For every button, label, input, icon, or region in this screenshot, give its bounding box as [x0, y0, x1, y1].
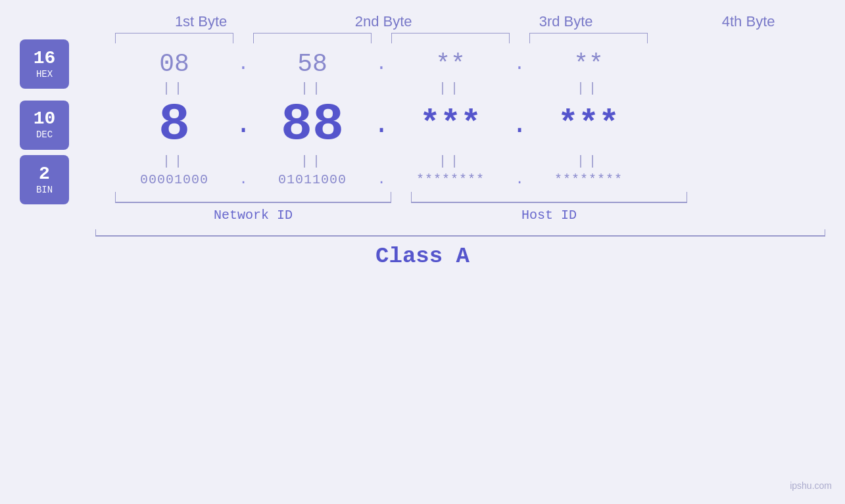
- byte3-header: 3rd Byte: [494, 13, 639, 30]
- dot-hex-1: .: [233, 54, 253, 74]
- dot-hex-2: .: [372, 54, 391, 74]
- bin-b3: ********: [391, 172, 510, 187]
- dot-bin-3: .: [510, 172, 529, 188]
- hex-row: 08 . 58 . ** . **: [0, 50, 845, 78]
- id-labels-row: Network ID Host ID: [0, 208, 845, 223]
- dot-dec-3: .: [510, 109, 529, 141]
- network-id-label: Network ID: [115, 208, 391, 223]
- eq1-b2: ||: [253, 81, 372, 96]
- bin-row: 00001000 . 01011000 . ******** . *******…: [0, 172, 845, 188]
- host-id-bracket: [411, 192, 687, 204]
- dot-bin-2: .: [372, 172, 391, 188]
- eq2-b1: ||: [115, 154, 233, 169]
- bin-b2: 01011000: [253, 172, 372, 187]
- bracket-byte2-top: [253, 33, 372, 45]
- eq2-b4: ||: [529, 154, 648, 169]
- dec-b3: ***: [391, 108, 510, 142]
- dec-b1: 8: [115, 99, 233, 151]
- network-id-bracket: [115, 192, 391, 204]
- dot-bin-1: .: [233, 172, 253, 188]
- eq1-b3: ||: [391, 81, 510, 96]
- byte4-header: 4th Byte: [676, 13, 821, 30]
- bracket-byte4-top: [529, 33, 648, 45]
- class-label-row: Class A: [0, 244, 845, 269]
- eq2-b2: ||: [253, 154, 372, 169]
- bin-b1: 00001000: [115, 172, 233, 187]
- dot-hex-3: .: [510, 54, 529, 74]
- class-bracket-row: [0, 229, 845, 237]
- dec-b2: 88: [253, 99, 372, 151]
- hex-b2: 58: [253, 50, 372, 78]
- dot-dec-1: .: [233, 109, 253, 141]
- byte1-header: 1st Byte: [129, 13, 274, 30]
- byte2-header: 2nd Byte: [311, 13, 456, 30]
- host-id-label: Host ID: [411, 208, 687, 223]
- hex-b1: 08: [115, 50, 233, 78]
- bottom-brackets: [0, 192, 845, 204]
- credit-text: ipshu.com: [790, 480, 832, 492]
- class-a-label: Class A: [375, 244, 470, 269]
- bracket-byte1-top: [115, 33, 233, 45]
- byte-headers: 1st Byte 2nd Byte 3rd Byte 4th Byte: [0, 13, 845, 30]
- bin-b4: ********: [529, 172, 648, 187]
- top-brackets: [0, 33, 845, 45]
- bracket-byte3-top: [391, 33, 510, 45]
- eq1-b1: ||: [115, 81, 233, 96]
- dot-dec-2: .: [372, 109, 391, 141]
- hex-badge: 16 HEX: [20, 39, 69, 89]
- dec-badge: 10 DEC: [20, 101, 69, 150]
- main-container: 1st Byte 2nd Byte 3rd Byte 4th Byte 08 .…: [0, 0, 845, 504]
- class-a-bracket: [95, 229, 825, 237]
- equals-row-1: || || || ||: [0, 81, 845, 96]
- hex-b4: **: [529, 50, 648, 78]
- hex-b3: **: [391, 50, 510, 78]
- bin-badge: 2 BIN: [20, 155, 69, 204]
- dec-row: 8 . 88 . *** . ***: [0, 99, 845, 151]
- equals-row-2: || || || ||: [0, 154, 845, 169]
- dec-b4: ***: [529, 108, 648, 142]
- eq1-b4: ||: [529, 81, 648, 96]
- eq2-b3: ||: [391, 154, 510, 169]
